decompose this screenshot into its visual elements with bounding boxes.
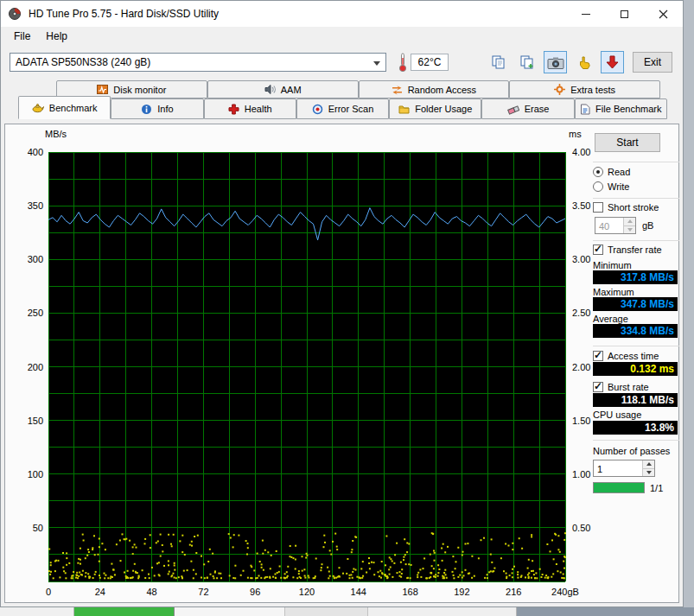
svg-text:400: 400 [28, 147, 43, 157]
start-button[interactable]: Start [595, 133, 660, 152]
radio-circle-icon [593, 167, 603, 177]
svg-text:2.50: 2.50 [572, 308, 590, 318]
svg-text:192: 192 [454, 587, 469, 597]
benchmark-page: MB/s ms 400350300250200150100504.003.503… [4, 124, 679, 603]
tab-label: Extra tests [570, 85, 615, 95]
menu-bar: File Help [1, 27, 683, 46]
short-stroke-size-stepper[interactable]: 40 [595, 217, 636, 234]
tab-label: Folder Usage [415, 104, 472, 114]
arrow-down-icon [627, 228, 633, 232]
minimize-icon [582, 14, 590, 15]
write-radio[interactable]: Write [593, 181, 629, 192]
benchmark-chart: 400350300250200150100504.003.503.002.502… [5, 124, 603, 605]
window-title: HD Tune Pro 5.75 - Hard Disk/SSD Utility [29, 8, 219, 20]
pass-progress-bar [593, 482, 645, 493]
copy-image-icon [519, 54, 535, 70]
tab-label: Error Scan [328, 104, 374, 114]
write-radio-label: Write [608, 181, 629, 192]
svg-text:250: 250 [28, 308, 43, 318]
options-button[interactable] [572, 51, 595, 73]
transfer-rate-checkbox[interactable]: Transfer rate [593, 244, 662, 255]
checkbox-icon [593, 244, 603, 255]
svg-text:150: 150 [28, 416, 43, 426]
drive-select-dropdown[interactable]: ADATA SP550NS38 (240 gB) [10, 53, 386, 72]
tab-info[interactable]: Info [111, 98, 203, 119]
folder-icon [398, 104, 410, 115]
tab-label: Disk monitor [113, 85, 166, 95]
tab-error-scan[interactable]: Error Scan [296, 98, 389, 119]
menu-help[interactable]: Help [38, 28, 75, 45]
short-stroke-checkbox[interactable]: Short stroke [593, 202, 659, 213]
svg-text:72: 72 [198, 587, 208, 597]
radio-circle-icon [593, 181, 603, 192]
menu-file[interactable]: File [6, 28, 38, 45]
stepper-arrows[interactable] [642, 460, 654, 476]
tab-folder-usage[interactable]: Folder Usage [389, 98, 481, 119]
save-results-button[interactable] [601, 51, 624, 73]
tab-benchmark[interactable]: Benchmark [18, 96, 111, 119]
svg-text:2.00: 2.00 [572, 362, 590, 372]
separator [593, 198, 679, 199]
copy-image-button[interactable] [515, 51, 538, 73]
error-scan-icon [312, 104, 323, 115]
access-time-value: 0.132 ms [593, 362, 678, 376]
average-label: Average [593, 314, 628, 324]
tab-label: Benchmark [49, 103, 98, 113]
screenshot-button[interactable] [544, 51, 567, 73]
thermometer-icon [398, 52, 407, 73]
minimum-label: Minimum [593, 260, 632, 270]
passes-stepper[interactable]: 1 [593, 460, 655, 477]
benchmark-controls: Start Read Write Short stroke 40 gB [593, 130, 683, 600]
svg-text:1.50: 1.50 [572, 416, 590, 426]
tab-random-access[interactable]: Random Access [359, 80, 510, 98]
burst-rate-checkbox[interactable]: Burst rate [593, 382, 649, 392]
cpu-usage-label: CPU usage [593, 410, 641, 420]
access-time-checkbox[interactable]: Access time [593, 351, 659, 361]
svg-text:0.50: 0.50 [572, 523, 590, 533]
burst-rate-label: Burst rate [608, 382, 649, 392]
checkbox-icon [593, 351, 603, 361]
tab-label: Random Access [408, 85, 476, 95]
tab-strip: Disk monitor AAM Random Access [1, 80, 683, 119]
short-stroke-size-value: 40 [595, 218, 623, 233]
tab-health[interactable]: Health [204, 98, 296, 119]
tab-file-benchmark[interactable]: File Benchmark [575, 98, 667, 119]
svg-text:50: 50 [33, 523, 43, 533]
access-time-label: Access time [608, 351, 659, 361]
maximum-label: Maximum [593, 287, 634, 297]
arrow-down-icon [646, 471, 652, 474]
svg-text:144: 144 [351, 587, 366, 597]
red-down-arrow-icon [606, 55, 619, 70]
svg-text:100: 100 [28, 469, 43, 479]
exit-button[interactable]: Exit [633, 52, 672, 73]
minimize-button[interactable] [566, 1, 605, 27]
svg-text:3.50: 3.50 [572, 200, 590, 211]
progress-label: 1/1 [650, 483, 663, 493]
eraser-icon [507, 104, 519, 115]
separator [593, 440, 679, 441]
yellow-hand-icon [576, 55, 591, 70]
toolbar: ADATA SP550NS38 (240 gB) 62°C [1, 46, 683, 79]
extra-tests-icon [554, 84, 565, 95]
separator [593, 346, 679, 346]
copy-text-button[interactable] [487, 51, 510, 73]
camera-icon [547, 55, 564, 70]
read-radio-label: Read [608, 167, 630, 177]
benchmark-lamp-icon [32, 102, 44, 113]
read-radio[interactable]: Read [593, 167, 630, 177]
tab-aam[interactable]: AAM [207, 80, 359, 98]
tab-erase[interactable]: Erase [481, 98, 574, 119]
tab-extra-tests[interactable]: Extra tests [509, 80, 660, 98]
close-icon [659, 10, 668, 19]
svg-text:120: 120 [299, 587, 315, 597]
close-button[interactable] [644, 1, 683, 27]
background-windows-strip [0, 607, 694, 616]
title-bar: HD Tune Pro 5.75 - Hard Disk/SSD Utility [1, 1, 683, 27]
random-access-icon [392, 84, 403, 95]
copy-text-icon [491, 54, 506, 70]
stepper-arrows[interactable] [623, 218, 635, 233]
maximize-button[interactable] [605, 1, 644, 27]
arrow-up-icon [627, 219, 633, 223]
svg-text:48: 48 [146, 587, 156, 597]
svg-text:200: 200 [28, 362, 43, 372]
